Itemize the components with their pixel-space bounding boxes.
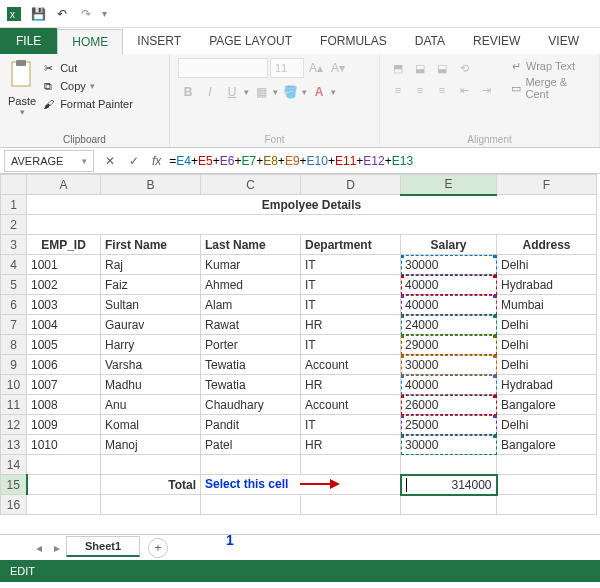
salary-cell[interactable]: 26000	[401, 395, 497, 415]
cell[interactable]: Alam	[201, 295, 301, 315]
file-tab[interactable]: FILE	[0, 28, 57, 54]
save-icon[interactable]: 💾	[30, 6, 46, 22]
cell[interactable]: IT	[301, 255, 401, 275]
row-header[interactable]: 7	[1, 315, 27, 335]
font-size-select[interactable]	[270, 58, 304, 78]
row-header[interactable]: 11	[1, 395, 27, 415]
cell[interactable]: Delhi	[497, 355, 597, 375]
tab-insert[interactable]: INSERT	[123, 28, 195, 54]
cell[interactable]: Hydrabad	[497, 275, 597, 295]
wrap-text-button[interactable]: ↵Wrap Text	[508, 58, 591, 74]
cell[interactable]: Gaurav	[101, 315, 201, 335]
col-header-f[interactable]: F	[497, 175, 597, 195]
salary-cell[interactable]: 30000	[401, 435, 497, 455]
undo-icon[interactable]: ↶	[54, 6, 70, 22]
underline-button[interactable]: U	[222, 82, 242, 102]
cell[interactable]: 1008	[27, 395, 101, 415]
fill-color-button[interactable]: 🪣	[280, 82, 300, 102]
cell[interactable]: IT	[301, 415, 401, 435]
header-cell[interactable]: First Name	[101, 235, 201, 255]
tab-review[interactable]: REVIEW	[459, 28, 534, 54]
cell[interactable]: Faiz	[101, 275, 201, 295]
cell[interactable]: 1005	[27, 335, 101, 355]
cell[interactable]: Anu	[101, 395, 201, 415]
font-color-button[interactable]: A	[309, 82, 329, 102]
cell[interactable]: 1002	[27, 275, 101, 295]
cell[interactable]: Varsha	[101, 355, 201, 375]
formula-input[interactable]: =E4+E5+E6+E7+E8+E9+E10+E11+E12+E13	[167, 154, 413, 168]
row-header[interactable]: 8	[1, 335, 27, 355]
redo-icon[interactable]: ↷	[78, 6, 94, 22]
cell[interactable]: Komal	[101, 415, 201, 435]
active-cell-e15[interactable]: 314000	[401, 475, 497, 495]
worksheet-grid[interactable]: A B C D E F 1 Empolyee Details 2 3 EMP_I…	[0, 174, 600, 534]
row-header[interactable]: 1	[1, 195, 27, 215]
merge-center-button[interactable]: ▭Merge & Cent	[508, 76, 591, 100]
orientation-icon[interactable]: ⟲	[454, 58, 474, 78]
align-right-icon[interactable]: ≡	[432, 80, 452, 100]
row-header[interactable]: 4	[1, 255, 27, 275]
tab-formulas[interactable]: FORMULAS	[306, 28, 401, 54]
align-left-icon[interactable]: ≡	[388, 80, 408, 100]
cell[interactable]: 1010	[27, 435, 101, 455]
cell[interactable]: IT	[301, 295, 401, 315]
cut-button[interactable]: ✂Cut	[40, 60, 133, 76]
cell[interactable]: HR	[301, 435, 401, 455]
cell[interactable]: 1009	[27, 415, 101, 435]
header-cell[interactable]: Last Name	[201, 235, 301, 255]
row-header[interactable]: 9	[1, 355, 27, 375]
font-family-select[interactable]	[178, 58, 268, 78]
tab-view[interactable]: VIEW	[534, 28, 593, 54]
cell[interactable]: Tewatia	[201, 355, 301, 375]
qat-dropdown-icon[interactable]: ▾	[102, 8, 107, 19]
salary-cell[interactable]: 40000	[401, 295, 497, 315]
cell[interactable]: Delhi	[497, 335, 597, 355]
cell[interactable]: Delhi	[497, 415, 597, 435]
total-label[interactable]: Total	[101, 475, 201, 495]
formula-cancel-icon[interactable]: ✕	[98, 154, 122, 168]
sheet-tab[interactable]: Sheet1	[66, 536, 140, 557]
decrease-font-icon[interactable]: A▾	[328, 58, 348, 78]
row-header[interactable]: 6	[1, 295, 27, 315]
cell[interactable]: 1001	[27, 255, 101, 275]
cell[interactable]: Ahmed	[201, 275, 301, 295]
align-middle-icon[interactable]: ⬓	[410, 58, 430, 78]
header-cell[interactable]: Address	[497, 235, 597, 255]
salary-cell[interactable]: 29000	[401, 335, 497, 355]
salary-cell[interactable]: 40000	[401, 375, 497, 395]
align-bottom-icon[interactable]: ⬓	[432, 58, 452, 78]
header-cell[interactable]: EMP_ID	[27, 235, 101, 255]
row-header[interactable]: 3	[1, 235, 27, 255]
cell[interactable]: Chaudhary	[201, 395, 301, 415]
cell[interactable]: Delhi	[497, 315, 597, 335]
sheet-nav-next-icon[interactable]: ▸	[48, 541, 66, 555]
cell[interactable]: Porter	[201, 335, 301, 355]
tab-pagelayout[interactable]: PAGE LAYOUT	[195, 28, 306, 54]
salary-cell[interactable]: 24000	[401, 315, 497, 335]
row-header[interactable]: 16	[1, 495, 27, 515]
tab-data[interactable]: DATA	[401, 28, 459, 54]
cell[interactable]: Hydrabad	[497, 375, 597, 395]
cell[interactable]: IT	[301, 275, 401, 295]
copy-button[interactable]: ⧉Copy▾	[40, 78, 133, 94]
cell[interactable]: Raj	[101, 255, 201, 275]
cell[interactable]: Patel	[201, 435, 301, 455]
header-cell[interactable]: Salary	[401, 235, 497, 255]
title-cell[interactable]: Empolyee Details	[27, 195, 597, 215]
format-painter-button[interactable]: 🖌Format Painter	[40, 96, 133, 112]
bold-button[interactable]: B	[178, 82, 198, 102]
tab-home[interactable]: HOME	[57, 29, 123, 55]
fx-icon[interactable]: fx	[146, 154, 167, 168]
col-header-b[interactable]: B	[101, 175, 201, 195]
col-header-c[interactable]: C	[201, 175, 301, 195]
cell[interactable]: Rawat	[201, 315, 301, 335]
formula-enter-icon[interactable]: ✓	[122, 154, 146, 168]
sheet-nav-prev-icon[interactable]: ◂	[30, 541, 48, 555]
italic-button[interactable]: I	[200, 82, 220, 102]
cell[interactable]: Madhu	[101, 375, 201, 395]
cell[interactable]: 1004	[27, 315, 101, 335]
salary-cell[interactable]: 30000	[401, 255, 497, 275]
col-header-d[interactable]: D	[301, 175, 401, 195]
indent-increase-icon[interactable]: ⇥	[476, 80, 496, 100]
cell[interactable]: Pandit	[201, 415, 301, 435]
